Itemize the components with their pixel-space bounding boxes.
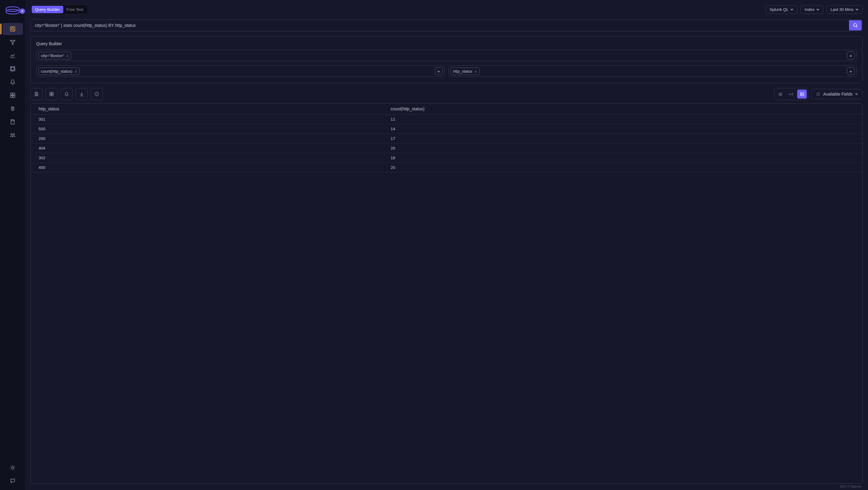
- sidebar-item-search[interactable]: [2, 23, 23, 35]
- table-cell: 14: [383, 124, 862, 134]
- table-row[interactable]: 40420: [31, 144, 862, 153]
- create-alert-button[interactable]: [61, 88, 73, 100]
- svg-rect-20: [52, 92, 53, 94]
- sidebar-item-feedback[interactable]: [2, 475, 23, 487]
- table-cell: 20: [383, 163, 862, 172]
- svg-rect-21: [50, 94, 51, 96]
- filter-chip-label: city="Boston": [41, 53, 64, 58]
- view-wrap-line[interactable]: [786, 90, 796, 98]
- dropdown-timerange[interactable]: Last 30 Mins: [827, 5, 863, 14]
- list-check-icon: [816, 92, 821, 96]
- sidebar-item-minion[interactable]: [2, 103, 23, 115]
- chevron-down-icon: [855, 93, 858, 95]
- chip-remove-icon[interactable]: x: [75, 69, 77, 74]
- table-cell: 302: [31, 153, 383, 163]
- sidebar-expand-icon[interactable]: [20, 8, 25, 14]
- add-groupby-button[interactable]: +: [847, 67, 855, 75]
- table-row[interactable]: 30218: [31, 153, 862, 163]
- add-agg-button[interactable]: +: [435, 67, 443, 75]
- sidebar: [0, 0, 25, 490]
- query-builder-title: Query Builder: [36, 41, 857, 46]
- table-cell: 500: [31, 124, 383, 134]
- filter-row[interactable]: city="Boston" x +: [36, 50, 857, 61]
- sidebar-item-metrics[interactable]: [2, 50, 23, 61]
- info-icon: [94, 91, 99, 97]
- table-cell: 200: [31, 134, 383, 144]
- table-header-row: http_status count(http_status): [31, 104, 862, 115]
- table-row[interactable]: 40020: [31, 163, 862, 172]
- download-icon: [79, 91, 84, 97]
- available-fields-button[interactable]: Available Fields: [811, 89, 863, 99]
- aggregation-row[interactable]: count(http_status) x +: [36, 65, 445, 77]
- search-input[interactable]: [31, 20, 848, 31]
- download-button[interactable]: [76, 88, 88, 100]
- svg-rect-19: [50, 92, 51, 94]
- table-cell: 301: [31, 115, 383, 124]
- results-table: http_status count(http_status) 301115001…: [30, 103, 863, 484]
- grid-icon: [49, 91, 54, 97]
- info-button[interactable]: [91, 88, 103, 100]
- table-icon: [800, 92, 805, 97]
- footer-copyright: 2023 © SigLens: [30, 484, 863, 489]
- table-row[interactable]: 30111: [31, 115, 862, 124]
- save-query-button[interactable]: [30, 88, 42, 100]
- sidebar-item-apps[interactable]: [2, 89, 23, 101]
- tab-free-text[interactable]: Free Text: [64, 5, 88, 14]
- search-icon: [852, 22, 858, 28]
- chevron-down-icon: [855, 8, 859, 11]
- agg-chip-label: count(http_status): [41, 69, 72, 74]
- wrap-icon: [789, 92, 794, 97]
- table-row[interactable]: 20017: [31, 134, 862, 144]
- col-header[interactable]: http_status: [31, 104, 383, 115]
- sidebar-item-dashboards[interactable]: [2, 63, 23, 75]
- svg-point-17: [11, 466, 13, 469]
- table-cell: 18: [383, 153, 862, 163]
- sidebar-item-alerts[interactable]: [2, 76, 23, 88]
- lines-icon: [778, 92, 783, 97]
- sidebar-item-theme[interactable]: [2, 462, 23, 474]
- col-header[interactable]: count(http_status): [383, 104, 862, 115]
- groupby-row[interactable]: http_status x +: [448, 65, 857, 77]
- table-cell: 11: [383, 115, 862, 124]
- filter-chip[interactable]: city="Boston" x: [38, 52, 71, 59]
- chip-remove-icon[interactable]: x: [475, 69, 477, 74]
- dropdown-query-lang[interactable]: Splunk QL: [766, 5, 798, 14]
- svg-point-16: [13, 134, 14, 135]
- logo[interactable]: [2, 4, 23, 19]
- view-table[interactable]: [797, 90, 807, 98]
- dropdown-timerange-label: Last 30 Mins: [830, 7, 854, 12]
- svg-rect-24: [801, 93, 804, 95]
- sidebar-item-org[interactable]: [2, 129, 23, 141]
- svg-point-6: [12, 43, 13, 44]
- sidebar-item-tracing[interactable]: [2, 36, 23, 48]
- bell-icon: [64, 91, 69, 97]
- svg-point-15: [11, 134, 12, 135]
- view-mode-group: [774, 88, 808, 100]
- groupby-chip-label: http_status: [453, 69, 472, 74]
- search-button[interactable]: [849, 20, 862, 30]
- table-row[interactable]: 50014: [31, 124, 862, 134]
- dropdown-query-lang-label: Splunk QL: [770, 7, 788, 12]
- svg-point-18: [854, 24, 857, 27]
- chevron-down-icon: [816, 8, 819, 11]
- add-to-dashboard-button[interactable]: [45, 88, 58, 100]
- tab-query-builder[interactable]: Query Builder: [32, 6, 63, 13]
- save-icon: [34, 91, 39, 97]
- view-single-line[interactable]: [775, 90, 785, 98]
- dropdown-index[interactable]: Index: [801, 5, 824, 14]
- groupby-chip[interactable]: http_status x: [451, 67, 479, 75]
- table-cell: 400: [31, 163, 383, 172]
- mode-tabs: Query Builder Free Text: [30, 4, 88, 15]
- query-builder-panel: Query Builder city="Boston" x + count(ht…: [30, 36, 863, 83]
- chevron-down-icon: [790, 8, 794, 11]
- svg-rect-22: [52, 94, 53, 96]
- chip-remove-icon[interactable]: x: [67, 53, 69, 58]
- sidebar-item-saved[interactable]: [2, 116, 23, 128]
- svg-rect-9: [10, 93, 12, 95]
- svg-rect-2: [10, 27, 15, 31]
- svg-rect-11: [10, 95, 12, 97]
- add-filter-button[interactable]: +: [847, 52, 855, 59]
- table-cell: 17: [383, 134, 862, 144]
- svg-point-3: [11, 28, 13, 30]
- agg-chip[interactable]: count(http_status) x: [38, 67, 80, 75]
